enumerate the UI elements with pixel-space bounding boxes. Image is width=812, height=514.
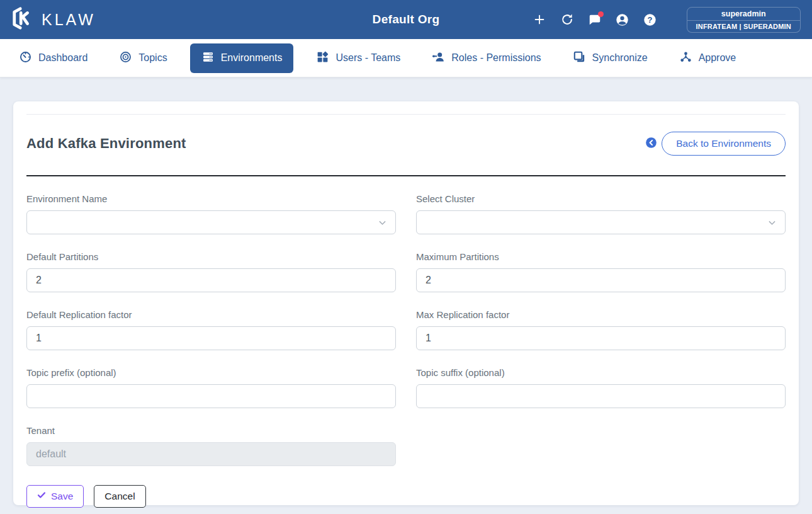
dashboard-gauge-icon <box>19 50 32 66</box>
approve-hub-icon <box>679 50 692 66</box>
default-partitions-label: Default Partitions <box>26 251 396 263</box>
divider <box>26 114 786 115</box>
chevron-down-icon <box>377 217 388 231</box>
tab-label: Users - Teams <box>336 52 400 64</box>
roles-permissions-icon <box>432 50 445 66</box>
content-card: Add Kafka Environment Back to Environmen… <box>13 101 799 505</box>
save-button-label: Save <box>51 491 73 502</box>
svg-text:?: ? <box>648 14 653 24</box>
chevron-down-icon <box>767 217 777 231</box>
tab-roles-permissions[interactable]: Roles - Permissions <box>423 43 550 73</box>
top-navbar: KLAW Default Org <box>0 0 812 39</box>
environment-name-select[interactable] <box>26 210 396 234</box>
check-icon <box>37 491 46 502</box>
user-info[interactable]: superadmin INFRATEAM | SUPERADMIN <box>687 7 801 33</box>
divider <box>26 175 786 176</box>
klaw-logo-icon <box>11 6 35 33</box>
help-icon[interactable]: ? <box>643 12 658 27</box>
notification-dot <box>598 11 604 17</box>
navbar-actions: ? superadmin INFRATEAM | SUPERADMIN <box>532 7 801 33</box>
topic-prefix-input[interactable] <box>26 384 396 408</box>
select-cluster-label: Select Cluster <box>416 193 786 205</box>
topic-suffix-label: Topic suffix (optional) <box>416 367 786 379</box>
tab-label: Environments <box>221 52 283 64</box>
tab-synchronize[interactable]: Synchronize <box>564 43 657 73</box>
back-to-environments-button[interactable]: Back to Environments <box>662 132 786 156</box>
refresh-icon[interactable] <box>560 12 575 27</box>
brand[interactable]: KLAW <box>11 6 96 33</box>
select-cluster-select[interactable] <box>416 210 786 234</box>
page-title: Add Kafka Environment <box>26 135 186 152</box>
main-nav: Dashboard Topics Environments <box>0 39 812 77</box>
tab-users-teams[interactable]: Users - Teams <box>307 43 409 73</box>
max-replication-factor-label: Max Replication factor <box>416 309 786 321</box>
tab-dashboard[interactable]: Dashboard <box>10 43 96 73</box>
environments-server-icon <box>201 50 215 66</box>
org-title: Default Org <box>373 13 440 26</box>
save-button[interactable]: Save <box>26 485 84 508</box>
tenant-input <box>26 442 396 466</box>
users-teams-icon <box>316 50 329 66</box>
tab-approve[interactable]: Approve <box>670 43 745 73</box>
default-replication-factor-input[interactable] <box>26 326 396 350</box>
maximum-partitions-label: Maximum Partitions <box>416 251 786 263</box>
cancel-button[interactable]: Cancel <box>94 485 145 508</box>
add-icon[interactable] <box>532 12 547 27</box>
tenant-label: Tenant <box>26 425 396 437</box>
cancel-button-label: Cancel <box>104 491 135 502</box>
topic-prefix-label: Topic prefix (optional) <box>26 367 396 379</box>
topics-target-icon <box>119 50 132 66</box>
user-name: superadmin <box>687 7 801 21</box>
synchronize-icon <box>573 50 586 66</box>
tab-label: Synchronize <box>592 52 648 64</box>
chat-notifications-icon[interactable] <box>587 12 602 27</box>
default-replication-factor-label: Default Replication factor <box>26 309 396 321</box>
tab-label: Topics <box>138 52 167 64</box>
maximum-partitions-input[interactable] <box>416 268 786 292</box>
max-replication-factor-input[interactable] <box>416 326 786 350</box>
tab-environments[interactable]: Environments <box>190 43 294 73</box>
brand-text: KLAW <box>42 11 96 29</box>
environment-name-label: Environment Name <box>26 193 396 205</box>
tab-label: Approve <box>699 52 736 64</box>
add-environment-form: Environment Name Select Cluster Default … <box>26 193 786 483</box>
arrow-circle-left-icon[interactable] <box>645 137 657 151</box>
topic-suffix-input[interactable] <box>416 384 786 408</box>
account-icon[interactable] <box>615 12 630 27</box>
user-team-role: INFRATEAM | SUPERADMIN <box>687 21 801 33</box>
tab-label: Roles - Permissions <box>451 52 541 64</box>
tab-topics[interactable]: Topics <box>110 43 176 73</box>
tab-label: Dashboard <box>38 52 87 64</box>
default-partitions-input[interactable] <box>26 268 396 292</box>
